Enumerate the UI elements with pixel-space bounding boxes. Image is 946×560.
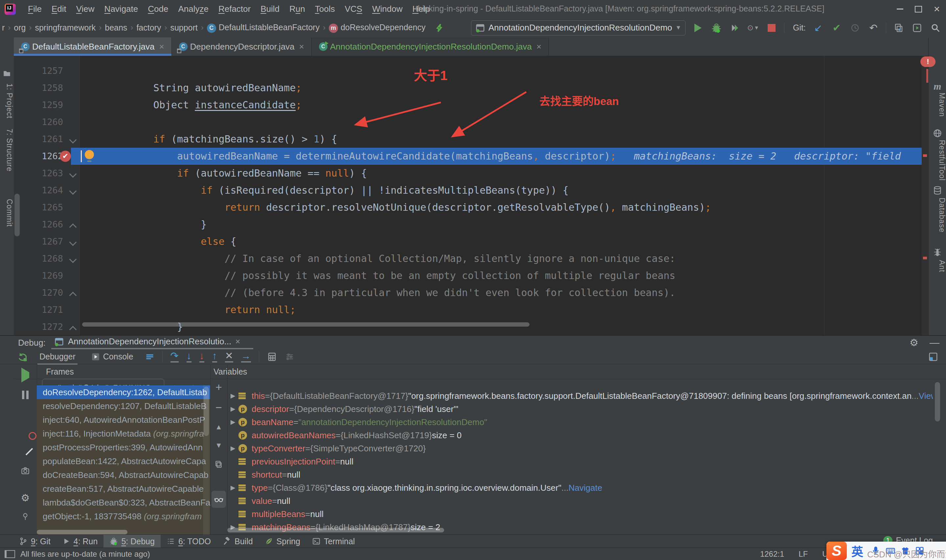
resume-icon[interactable] <box>22 372 29 378</box>
frame-row[interactable]: createBean:517, AbstractAutowireCapable <box>37 482 210 496</box>
menu-item-file[interactable]: File <box>23 2 47 16</box>
history-icon[interactable] <box>849 22 861 34</box>
sidebar-item-1-project[interactable]: 1: Project <box>0 83 14 118</box>
sidebar-item-ant[interactable]: Ant <box>929 260 946 272</box>
menu-item-navigate[interactable]: Navigate <box>100 2 143 16</box>
frame-row[interactable]: doResolveDependency:1262, DefaultListab <box>37 385 210 399</box>
editor-tab[interactable]: CDependencyDescriptor.java× <box>172 37 312 56</box>
frame-row[interactable]: populateBean:1422, AbstractAutowireCapa <box>37 454 210 468</box>
frames-horizontal-scrollbar[interactable] <box>37 530 128 534</box>
close-icon[interactable]: × <box>536 42 541 52</box>
variables-vertical-scrollbar[interactable] <box>935 382 940 422</box>
variables-horizontal-scrollbar[interactable] <box>227 528 444 532</box>
variable-row[interactable]: ▶this = {DefaultListableBeanFactory@1717… <box>227 389 933 402</box>
run-to-cursor-icon[interactable]: → <box>241 351 251 362</box>
line-separator[interactable]: LF <box>798 549 808 559</box>
editor-tab[interactable]: CAnnotationDependencyInjectionResolution… <box>312 37 549 56</box>
frame-row[interactable]: resolveDependency:1207, DefaultListableB <box>37 399 210 413</box>
minimize-button[interactable] <box>891 0 909 18</box>
value-link[interactable]: View <box>919 389 933 402</box>
sidebar-item-commit[interactable]: Commit <box>0 199 14 227</box>
sidebar-item-database[interactable]: Database <box>929 198 946 232</box>
run-anything-icon[interactable] <box>911 22 923 34</box>
frame-row[interactable]: inject:640, AutowiredAnnotationBeanPostP <box>37 413 210 427</box>
close-icon[interactable]: × <box>299 42 304 52</box>
pin-icon[interactable] <box>21 512 29 521</box>
add-watch-icon[interactable]: + <box>216 381 222 394</box>
show-values-inline-icon[interactable] <box>211 491 226 508</box>
hide-panel-icon[interactable]: — <box>929 337 940 348</box>
sidebar-item-restfultool[interactable]: RestfulTool <box>929 140 946 181</box>
tool-windows-toggle-icon[interactable] <box>5 550 15 558</box>
copy-stack-icon[interactable] <box>214 460 223 469</box>
frame-row[interactable]: lambda$doGetBean$0:323, AbstractBeanFa <box>37 496 210 509</box>
tool-window-button-build[interactable]: Build <box>217 535 259 548</box>
debug-button[interactable] <box>710 22 722 34</box>
pause-icon[interactable] <box>21 391 29 400</box>
menu-item-tools[interactable]: Tools <box>310 2 340 16</box>
variable-row[interactable]: ▶ptypeConverter = {SimpleTypeConverter@1… <box>227 442 426 455</box>
tool-window-button-spring[interactable]: Spring <box>259 535 306 548</box>
breadcrumb-item[interactable]: mdoResolveDependency <box>329 23 426 32</box>
debug-session-tab[interactable]: AnnotationDependencyInjectionResolutio..… <box>54 337 240 347</box>
menu-item-run[interactable]: Run <box>285 2 310 16</box>
sidebar-item-maven[interactable]: Maven <box>929 92 946 117</box>
settings-gear-icon[interactable]: ⚙ <box>909 338 918 348</box>
tool-window-button-terminal[interactable]: Terminal <box>306 535 361 548</box>
menu-item-vcs[interactable]: VCS <box>340 2 367 16</box>
menu-item-code[interactable]: Code <box>143 2 173 16</box>
git-update-icon[interactable]: ↙ <box>812 22 824 34</box>
step-into-icon[interactable]: ↓ <box>186 351 191 362</box>
frame-row[interactable]: inject:116, InjectionMetadata (org.sprin… <box>37 427 210 440</box>
tool-window-button-4-run[interactable]: 4: Run <box>57 535 104 548</box>
recent-files-icon[interactable] <box>893 22 904 34</box>
menu-item-window[interactable]: Window <box>367 2 407 16</box>
step-over-icon[interactable]: ↷ <box>171 351 179 362</box>
breadcrumb-item[interactable]: r <box>2 23 5 32</box>
caret-position[interactable]: 1262:1 <box>760 549 784 559</box>
drop-frame-icon[interactable]: ✕ <box>225 351 233 362</box>
move-up-icon[interactable]: ▲ <box>215 423 222 431</box>
restore-layout-icon[interactable] <box>928 352 938 362</box>
menu-item-build[interactable]: Build <box>256 2 285 16</box>
breadcrumb-item[interactable]: beans <box>105 23 127 32</box>
variable-row[interactable]: ▶pbeanName = "annotationDependencyInject… <box>227 415 487 429</box>
ime-language-indicator[interactable]: 英 <box>851 542 863 559</box>
sidebar-item-7-structure[interactable]: 7: Structure <box>0 129 14 172</box>
move-down-icon[interactable]: ▼ <box>215 441 222 450</box>
rollback-icon[interactable]: ↶ <box>867 22 879 34</box>
run-config-selector[interactable]: AnnotationDependencyInjectionResolutionD… <box>471 20 686 35</box>
maximize-button[interactable] <box>909 0 928 18</box>
thread-dump-icon[interactable] <box>21 466 30 475</box>
variable-row[interactable]: previousInjectionPoint = null <box>227 455 353 468</box>
force-step-into-icon[interactable]: ↓ <box>199 351 204 362</box>
menu-item-view[interactable]: View <box>71 2 100 16</box>
remove-watch-icon[interactable]: − <box>216 401 222 414</box>
profiler-button[interactable]: ▼ <box>747 22 759 34</box>
back-arrow-icon[interactable] <box>434 23 444 33</box>
breadcrumb-item[interactable]: org <box>14 23 26 32</box>
variable-row[interactable]: pautowiredBeanNames = {LinkedHashSet@171… <box>227 429 462 442</box>
breadcrumb-item[interactable]: factory <box>136 23 161 32</box>
breadcrumb-item[interactable]: CDefaultListableBeanFactory <box>207 23 320 32</box>
evaluate-expression-icon[interactable] <box>267 352 277 362</box>
close-icon[interactable]: × <box>235 337 240 347</box>
search-everywhere-icon[interactable] <box>929 22 941 34</box>
variable-row[interactable]: ▶pdescriptor = {DependencyDescriptor@171… <box>227 402 458 415</box>
stop-button[interactable] <box>766 22 778 34</box>
close-icon[interactable]: × <box>159 42 164 52</box>
expand-arrow-icon[interactable]: ▶ <box>227 415 239 429</box>
mute-renderers-icon[interactable] <box>285 352 295 362</box>
expand-arrow-icon[interactable]: ▶ <box>227 402 239 415</box>
git-commit-icon[interactable]: ✔ <box>831 22 843 34</box>
variable-row[interactable]: shortcut = null <box>227 468 300 481</box>
breadcrumb-item[interactable]: springframework <box>35 23 96 32</box>
rerun-icon[interactable] <box>17 352 28 362</box>
tool-window-button-9-git[interactable]: 9: Git <box>13 535 57 548</box>
frames-list[interactable]: doResolveDependency:1262, DefaultListabr… <box>37 385 210 535</box>
menu-item-edit[interactable]: Edit <box>47 2 71 16</box>
expand-arrow-icon[interactable]: ▶ <box>227 481 239 494</box>
close-button[interactable]: × <box>928 0 946 18</box>
variable-row[interactable]: value = null <box>227 494 290 508</box>
step-out-icon[interactable]: ↑ <box>212 351 217 362</box>
